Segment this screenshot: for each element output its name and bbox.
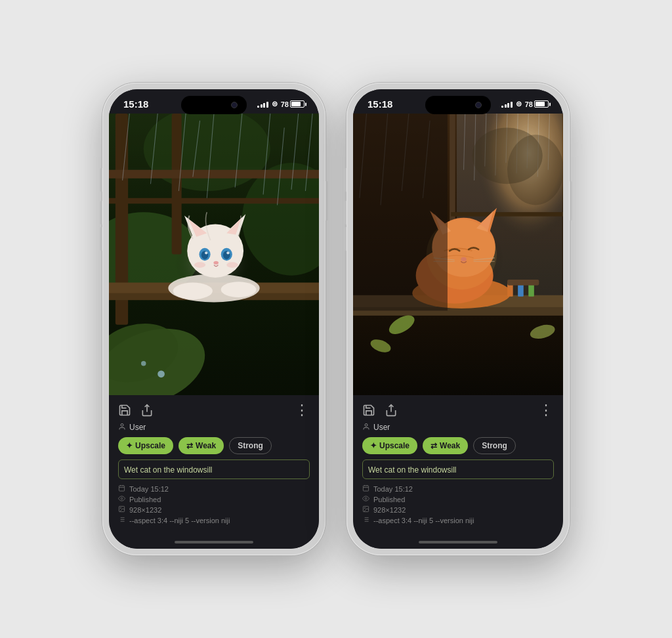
svg-point-21 [205, 251, 207, 254]
meta-resolution-left: 928×1232 [118, 505, 310, 514]
prompt-box-left: Wet cat on the windowsill [118, 459, 310, 479]
phone-screen-left: 15:18 ⊜ 78 [109, 89, 319, 549]
home-indicator-right [353, 536, 563, 549]
signal-icon-left [257, 100, 268, 108]
status-icons-right: ⊜ 78 [501, 100, 549, 108]
prompt-text-right: Wet cat on the windowsill [368, 465, 457, 475]
prompt-text-left: Wet cat on the windowsill [124, 465, 213, 475]
svg-point-48 [121, 498, 123, 500]
strong-button-right[interactable]: Strong [473, 437, 516, 454]
buttons-row-left: ✦ Upscale ⇄ Weak Strong [118, 437, 310, 454]
eye-icon-left [118, 495, 125, 503]
cat-image-left [109, 114, 319, 395]
username-right: User [373, 423, 390, 432]
params-text-left: --aspect 3:4 --niji 5 --version niji [129, 517, 230, 524]
svg-point-110 [365, 498, 367, 500]
svg-point-38 [158, 370, 165, 377]
visibility-text-right: Published [373, 496, 405, 503]
image-icon-left [118, 505, 125, 514]
visibility-text-left: Published [129, 496, 161, 503]
notch-right [425, 96, 491, 114]
info-panel-left: ⋮ User ✦ Upscale [109, 395, 319, 536]
upscale-button-left[interactable]: ✦ Upscale [118, 437, 173, 454]
grid-icon-left [118, 516, 125, 524]
user-row-right: User [362, 423, 554, 432]
status-icons-left: ⊜ 78 [257, 100, 304, 108]
cat-art-left [109, 114, 319, 395]
grid-icon-right [362, 516, 369, 524]
svg-point-112 [364, 507, 365, 508]
svg-rect-79 [528, 284, 534, 297]
meta-params-right: --aspect 3:4 --niji 5 --version niji [362, 516, 554, 524]
meta-resolution-right: 928×1232 [362, 505, 554, 514]
battery-left: 78 [281, 100, 304, 108]
notch-left [181, 96, 247, 114]
more-icon-right[interactable]: ⋮ [539, 402, 554, 419]
meta-visibility-left: Published [118, 495, 310, 503]
image-area-right [353, 114, 563, 395]
status-time-left: 15:18 [123, 98, 148, 110]
weak-button-left[interactable]: ⇄ Weak [178, 437, 224, 454]
weak-button-right[interactable]: ⇄ Weak [423, 437, 468, 454]
date-text-left: Today 15:12 [129, 485, 169, 493]
strong-button-left[interactable]: Strong [229, 437, 272, 454]
svg-point-43 [121, 424, 123, 427]
eye-icon-right [362, 495, 369, 503]
user-row-left: User [118, 423, 310, 432]
username-left: User [129, 423, 146, 432]
status-bar-right: 15:18 ⊜ 78 [353, 89, 563, 114]
resolution-text-right: 928×1232 [373, 506, 406, 514]
remix-icon-left: ⇄ [186, 441, 193, 450]
phones-container: 15:18 ⊜ 78 [102, 83, 570, 555]
save-icon-right[interactable] [362, 404, 375, 417]
calendar-icon-right [362, 484, 369, 493]
action-row-left: ⋮ [118, 402, 310, 419]
upscale-icon-right: ✦ [370, 441, 377, 450]
wifi-icon-right: ⊜ [516, 100, 522, 108]
battery-fill-right [536, 102, 545, 106]
phone-right: 15:18 ⊜ 78 [346, 83, 570, 555]
cat-art-right [353, 114, 563, 395]
cat-image-right [353, 114, 563, 395]
svg-point-39 [141, 361, 146, 366]
buttons-row-right: ✦ Upscale ⇄ Weak Strong [362, 437, 554, 454]
status-bar-left: 15:18 ⊜ 78 [109, 89, 319, 114]
home-indicator-left [109, 536, 319, 549]
battery-box-right [534, 100, 549, 108]
battery-right: 78 [525, 100, 549, 108]
camera-right [475, 102, 482, 108]
svg-rect-60 [451, 212, 563, 216]
prompt-box-right: Wet cat on the windowsill [362, 459, 554, 479]
svg-rect-103 [353, 114, 448, 310]
svg-point-40 [194, 262, 205, 268]
save-icon-left[interactable] [118, 404, 131, 417]
svg-rect-44 [119, 486, 124, 491]
phone-screen-right: 15:18 ⊜ 78 [353, 89, 563, 549]
share-icon-right[interactable] [385, 404, 398, 417]
signal-icon-right [501, 100, 513, 108]
action-buttons-left [118, 404, 154, 417]
user-icon-right [362, 423, 370, 432]
camera-left [231, 102, 238, 108]
svg-point-41 [226, 262, 238, 268]
svg-rect-6 [109, 170, 319, 179]
svg-point-50 [120, 507, 121, 508]
battery-box-left [290, 100, 304, 108]
svg-point-23 [213, 261, 219, 265]
meta-date-right: Today 15:12 [362, 484, 554, 493]
svg-rect-5 [172, 114, 182, 255]
meta-date-left: Today 15:12 [118, 484, 310, 493]
more-icon-left[interactable]: ⋮ [295, 402, 310, 419]
svg-rect-106 [363, 486, 368, 491]
upscale-icon-left: ✦ [126, 441, 133, 450]
upscale-button-right[interactable]: ✦ Upscale [362, 437, 417, 454]
action-buttons-right [362, 404, 398, 417]
calendar-icon-left [118, 484, 125, 493]
home-bar-right [419, 541, 497, 543]
svg-point-105 [365, 424, 368, 427]
meta-visibility-right: Published [362, 495, 554, 503]
battery-fill-left [291, 102, 301, 106]
phone-left: 15:18 ⊜ 78 [102, 83, 326, 555]
image-icon-right [362, 505, 369, 514]
share-icon-left[interactable] [140, 404, 154, 417]
